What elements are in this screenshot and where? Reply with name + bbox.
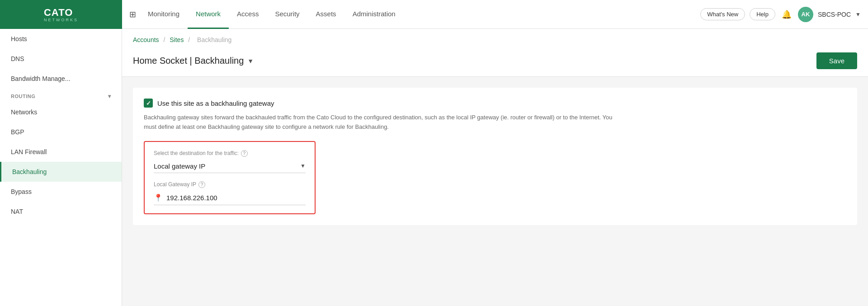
save-button[interactable]: Save <box>816 52 857 69</box>
top-nav: CATO NETWORKS ⊞ Monitoring Network Acces… <box>0 0 868 29</box>
ip-field: 📍 192.168.226.100 <box>154 191 306 205</box>
dest-label-text: Select the destination for the traffic: <box>154 150 239 156</box>
ip-label-text: Local Gateway IP <box>154 181 196 188</box>
sidebar: Hosts DNS Bandwidth Manage... ROUTING ▾ … <box>0 29 122 306</box>
sidebar-item-bandwidth[interactable]: Bandwidth Manage... <box>0 69 122 89</box>
check-mark: ✓ <box>146 100 151 107</box>
content-area: ✓ Use this site as a backhauling gateway… <box>122 77 868 236</box>
dest-select[interactable]: Local gateway IP ▼ <box>154 160 306 173</box>
sidebar-section-routing[interactable]: ROUTING ▾ <box>0 89 122 102</box>
sidebar-item-hosts[interactable]: Hosts <box>0 29 122 49</box>
nav-assets[interactable]: Assets <box>308 0 344 29</box>
account-name[interactable]: SBCS-POC <box>818 11 851 18</box>
account-dropdown-arrow[interactable]: ▼ <box>855 11 861 18</box>
page-header: Home Socket | Backhauling ▼ Save <box>122 47 868 77</box>
main-content: Accounts / Sites / Backhauling Home Sock… <box>122 29 868 306</box>
breadcrumb-sites[interactable]: Sites <box>170 36 184 43</box>
bell-icon[interactable]: 🔔 <box>780 8 793 21</box>
description-text: Backhauling gateway sites forward the ba… <box>144 113 618 132</box>
backhauling-card: ✓ Use this site as a backhauling gateway… <box>133 88 857 225</box>
whats-new-button[interactable]: What's New <box>700 8 745 20</box>
sidebar-item-nat[interactable]: NAT <box>0 202 122 221</box>
avatar[interactable]: AK <box>798 7 813 22</box>
logo-name: CATO <box>44 7 78 19</box>
sidebar-item-backhauling[interactable]: Backhauling <box>0 162 122 182</box>
grid-icon[interactable]: ⊞ <box>129 9 136 19</box>
nav-access[interactable]: Access <box>229 0 267 29</box>
ip-help-icon[interactable]: ? <box>198 181 205 188</box>
pin-icon: 📍 <box>154 193 163 202</box>
dest-select-arrow: ▼ <box>300 163 306 169</box>
nav-monitoring[interactable]: Monitoring <box>140 0 188 29</box>
breadcrumb-sep2: / <box>188 36 190 43</box>
breadcrumb-sep1: / <box>163 36 165 43</box>
page-title-text: Home Socket | Backhauling <box>133 56 244 66</box>
nav-links: Monitoring Network Access Security Asset… <box>140 0 700 29</box>
checkbox-row: ✓ Use this site as a backhauling gateway <box>144 99 846 108</box>
sidebar-item-dns[interactable]: DNS <box>0 49 122 69</box>
layout: Hosts DNS Bandwidth Manage... ROUTING ▾ … <box>0 29 868 306</box>
breadcrumb: Accounts / Sites / Backhauling <box>122 29 868 47</box>
red-box: Select the destination for the traffic: … <box>144 141 316 214</box>
nav-security[interactable]: Security <box>267 0 307 29</box>
backhauling-checkbox[interactable]: ✓ <box>144 99 153 108</box>
dest-help-icon[interactable]: ? <box>241 150 248 157</box>
nav-right: What's New Help 🔔 AK SBCS-POC ▼ <box>700 7 868 22</box>
sidebar-item-networks[interactable]: Networks <box>0 102 122 122</box>
logo-sub: NETWORKS <box>44 18 78 22</box>
page-title: Home Socket | Backhauling ▼ <box>133 56 254 66</box>
sidebar-item-bgp[interactable]: BGP <box>0 122 122 142</box>
logo-area: CATO NETWORKS <box>0 0 122 29</box>
nav-network[interactable]: Network <box>188 0 229 29</box>
sidebar-item-bypass[interactable]: Bypass <box>0 182 122 202</box>
sidebar-item-lan-firewall[interactable]: LAN Firewall <box>0 142 122 162</box>
dest-select-value: Local gateway IP <box>154 162 205 170</box>
sidebar-section-routing-label: ROUTING <box>11 94 35 99</box>
ip-value: 192.168.226.100 <box>166 194 217 202</box>
ip-field-label: Local Gateway IP ? <box>154 181 306 188</box>
checkbox-label: Use this site as a backhauling gateway <box>157 99 274 107</box>
sidebar-section-chevron: ▾ <box>108 93 111 99</box>
breadcrumb-accounts[interactable]: Accounts <box>133 36 159 43</box>
dest-field-label: Select the destination for the traffic: … <box>154 150 306 157</box>
page-title-dropdown-arrow[interactable]: ▼ <box>247 57 254 65</box>
nav-administration[interactable]: Administration <box>344 0 404 29</box>
help-button[interactable]: Help <box>750 8 775 20</box>
breadcrumb-current: Backhauling <box>197 36 231 43</box>
